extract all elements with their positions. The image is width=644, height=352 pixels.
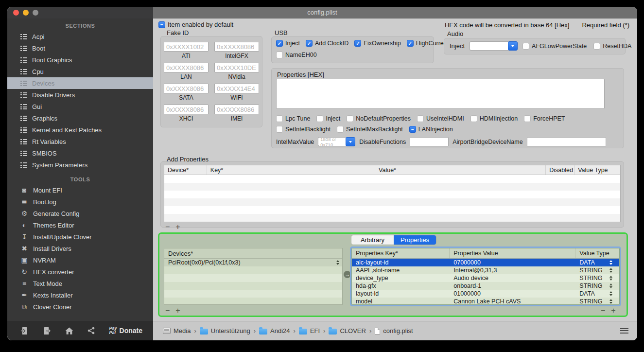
stepper-icon[interactable]: [609, 260, 612, 265]
property-row-aapl-slot-name[interactable]: AAPL,slot-nameInternal@0,31,3STRING: [352, 266, 619, 274]
remove-device-button[interactable]: −: [165, 307, 170, 314]
tab-properties[interactable]: Properties: [394, 235, 436, 245]
intel-max-value-dropdown[interactable]: 1808 or 0x710: [318, 137, 355, 146]
breadcrumb-item-andi24[interactable]: Andi24: [259, 327, 290, 334]
hex-inject-checkbox[interactable]: Inject: [316, 115, 340, 122]
audio-resethda-checkbox[interactable]: ResetHDA: [593, 43, 631, 50]
hex-lpc-tune-checkbox[interactable]: Lpc Tune: [276, 115, 310, 122]
usb-add-clockid-checkbox[interactable]: ✓Add ClockID: [306, 40, 348, 47]
table-row-empty[interactable]: [164, 214, 620, 222]
add-device-button[interactable]: +: [175, 307, 180, 314]
breadcrumb-item-clover[interactable]: CLOVER: [329, 327, 366, 334]
device-row[interactable]: PciRoot(0x0)/Pci(0x1f,0x3): [164, 259, 342, 266]
close-button[interactable]: [13, 10, 19, 16]
fake-id-input-sata[interactable]: [164, 84, 209, 93]
sidebar-tool-hex-converter[interactable]: ↻HEX converter: [7, 266, 153, 278]
zoom-button[interactable]: [33, 10, 38, 16]
add-row-button[interactable]: +: [175, 224, 180, 230]
minimize-button[interactable]: [23, 10, 29, 16]
stepper-icon[interactable]: [609, 299, 612, 304]
sidebar-item-disable-drivers[interactable]: Disable Drivers: [7, 89, 153, 101]
sidebar-tool-install-drivers[interactable]: ✖Install Drivers: [7, 243, 153, 254]
hex-setintelmaxbacklight-checkbox[interactable]: SetIntelMaxBacklight: [337, 126, 403, 133]
usb-highcurrent-checkbox[interactable]: ✓HighCurrent: [407, 40, 449, 47]
airport-bridge-device-name-input[interactable]: [527, 137, 606, 146]
tab-arbitrary[interactable]: Arbitrary: [351, 235, 394, 245]
sidebar-tool-mount-efi[interactable]: ◙Mount EFI: [7, 184, 153, 196]
breadcrumb-item-unterst-tzung[interactable]: Unterstützung: [200, 327, 250, 334]
sidebar-item-rt-variables[interactable]: Rt Variables: [7, 136, 153, 147]
sidebar-item-kernel-and-kext-patches[interactable]: Kernel and Kext Patches: [7, 124, 153, 136]
property-row-hda-gfx[interactable]: hda-gfxonboard-1STRING: [352, 282, 619, 290]
sidebar-tool-themes-editor[interactable]: ◐Themes Editor: [7, 219, 153, 231]
table-row-empty[interactable]: [164, 183, 620, 191]
sidebar-item-boot[interactable]: Boot: [7, 42, 153, 54]
sidebar-item-graphics[interactable]: Graphics: [7, 112, 153, 124]
fake-id-input-ati[interactable]: [164, 42, 209, 52]
sidebar-item-cpu[interactable]: Cpu: [7, 66, 153, 77]
table-row-empty[interactable]: [164, 175, 620, 183]
breadcrumb-item-efi[interactable]: EFI: [299, 327, 320, 334]
stepper-icon[interactable]: [336, 260, 339, 265]
remove-property-button[interactable]: −: [601, 307, 605, 314]
table-row-empty[interactable]: [164, 191, 620, 198]
devices-list[interactable]: Devices* PciRoot(0x0)/Pci(0x1f,0x3): [164, 248, 343, 305]
remove-row-button[interactable]: −: [165, 224, 170, 230]
usb-inject-checkbox[interactable]: ✓Inject: [276, 40, 300, 47]
sidebar-tool-text-mode[interactable]: ≡Text Mode: [7, 278, 153, 289]
property-row-model[interactable]: modelCannon Lake PCH cAVSSTRING: [352, 298, 619, 305]
sidebar-tool-kexts-installer[interactable]: ✒Kexts Installer: [7, 289, 153, 301]
list-view-menu-icon[interactable]: [620, 328, 628, 334]
table-row-empty[interactable]: [164, 206, 620, 214]
item-enabled-by-default-checkbox[interactable]: − Item enabled by default: [158, 21, 233, 28]
sidebar-item-gui[interactable]: Gui: [7, 101, 153, 112]
home-icon[interactable]: [65, 326, 74, 335]
apply-arrow-button[interactable]: →: [344, 271, 351, 278]
sidebar-tool-boot-log[interactable]: ≣Boot.log: [7, 196, 153, 208]
fake-id-input-lan[interactable]: [164, 63, 209, 72]
sidebar-item-acpi[interactable]: Acpi: [7, 31, 153, 42]
sidebar-item-devices[interactable]: Devices: [7, 77, 153, 89]
usb-fixownership-checkbox[interactable]: ✓FixOwnership: [354, 40, 400, 47]
stepper-icon[interactable]: [609, 268, 612, 273]
share-icon[interactable]: [87, 326, 96, 335]
fake-id-input-wifi[interactable]: [214, 84, 259, 93]
sidebar-item-smbios[interactable]: SMBIOS: [7, 147, 153, 159]
device-properties-table[interactable]: Properties Key*Properties ValueValue Typ…: [351, 248, 620, 305]
stepper-icon[interactable]: [609, 283, 612, 288]
stepper-icon[interactable]: [609, 276, 612, 281]
fake-id-input-xhci[interactable]: [164, 105, 209, 114]
breadcrumb-item-config-plist[interactable]: config.plist: [375, 327, 413, 334]
property-row-device-type[interactable]: device_typeAudio deviceSTRING: [352, 274, 619, 282]
device-row-empty[interactable]: [164, 266, 342, 274]
sidebar-item-system-parameters[interactable]: System Parameters: [7, 159, 153, 171]
property-row-layout-id[interactable]: layout-id01000000DATA: [352, 290, 619, 298]
device-row-empty[interactable]: [164, 274, 342, 282]
hex-laninjection-checkbox[interactable]: −LANInjection: [409, 126, 453, 133]
hex-forcehpet-checkbox[interactable]: ForceHPET: [524, 115, 565, 122]
table-row-empty[interactable]: [164, 198, 620, 206]
property-row-alc-layout-id[interactable]: alc-layout-id07000000DATA: [352, 259, 619, 266]
usb-nameeh00-checkbox[interactable]: NameEH00: [276, 52, 317, 58]
fake-id-input-imei[interactable]: [214, 105, 259, 114]
device-row-empty[interactable]: [164, 282, 342, 290]
add-property-button[interactable]: +: [611, 307, 615, 314]
device-row-empty[interactable]: [164, 298, 342, 305]
hex-hdmiinjection-checkbox[interactable]: HDMIInjection: [470, 115, 518, 122]
fake-id-input-intelgfx[interactable]: [214, 42, 259, 52]
add-properties-table[interactable]: Device*Key*Value*DisabledValue Type: [164, 165, 621, 222]
hex-useintelhdmi-checkbox[interactable]: UseIntelHDMI: [417, 115, 464, 122]
audio-afglowpowerstate-checkbox[interactable]: AFGLowPowerState: [522, 43, 587, 50]
sidebar-tool-generate-config[interactable]: ⚙Generate Config: [7, 208, 153, 219]
paypal-donate-button[interactable]: PayPal Donate: [109, 326, 142, 335]
breadcrumb-item-media[interactable]: Media: [163, 327, 191, 334]
hex-nodefaultproperties-checkbox[interactable]: NoDefaultProperties: [347, 115, 411, 122]
sidebar-tool-install-update-clover[interactable]: ↧Install/Update Clover: [7, 231, 153, 243]
hex-setintelbacklight-checkbox[interactable]: SetIntelBacklight: [276, 126, 331, 133]
properties-hex-textarea[interactable]: [276, 79, 605, 109]
device-row-empty[interactable]: [164, 290, 342, 298]
stepper-icon[interactable]: [609, 291, 612, 296]
sidebar-item-boot-graphics[interactable]: Boot Graphics: [7, 54, 153, 66]
sidebar-tool-clover-cloner[interactable]: ⧉Clover Cloner: [7, 301, 153, 313]
fake-id-input-nvidia[interactable]: [214, 63, 259, 72]
